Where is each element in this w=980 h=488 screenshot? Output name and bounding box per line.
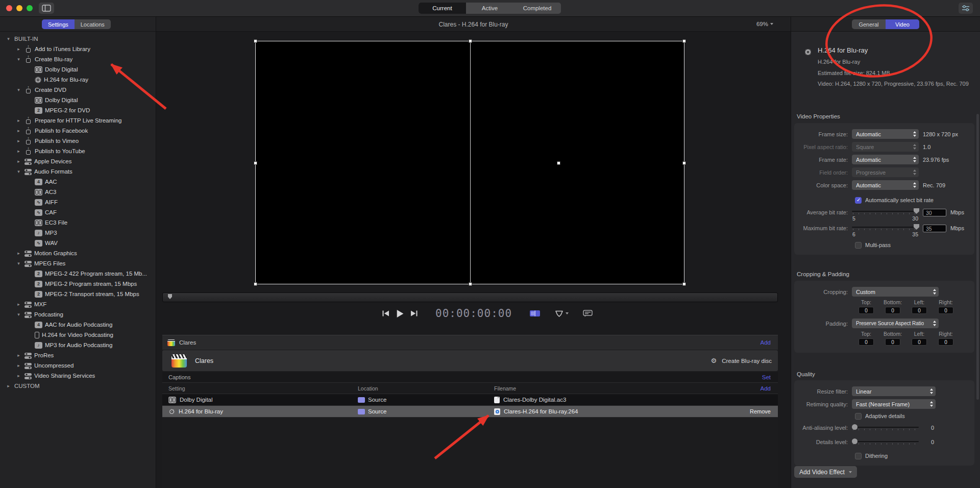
disclosure-triangle[interactable]: ▸	[15, 373, 22, 378]
quality-slider[interactable]	[852, 424, 919, 431]
tab-current[interactable]: Current	[419, 3, 466, 14]
add-output-row-button[interactable]: Add	[761, 385, 771, 392]
slider-handle[interactable]	[852, 438, 857, 444]
sidebar-item[interactable]: 2MPEG-2 422 Program stream, 15 Mb...	[0, 269, 156, 279]
multipass-checkbox[interactable]	[855, 242, 862, 249]
crop-handle[interactable]	[469, 282, 472, 286]
sidebar-item[interactable]: ▸Publish to Vimeo	[0, 136, 156, 146]
disclosure-triangle[interactable]: ▸	[15, 353, 22, 358]
disclosure-triangle[interactable]: ▸	[15, 363, 22, 368]
property-dropdown[interactable]: Automatic	[852, 129, 919, 139]
adaptive-details-checkbox[interactable]	[855, 413, 862, 420]
sidebar-item[interactable]: ▸Prepare for HTTP Live Streaming	[0, 115, 156, 126]
crop-handle[interactable]	[254, 39, 257, 43]
inspector-scrollbar[interactable]	[976, 114, 979, 400]
preview-canvas[interactable]	[255, 41, 684, 284]
disclosure-triangle[interactable]: ▾	[15, 57, 22, 62]
sidebar-item[interactable]: 2MPEG-2 Transport stream, 15 Mbps	[0, 289, 156, 299]
tab-active[interactable]: Active	[466, 3, 513, 14]
cropping-dropdown[interactable]: Custom	[852, 287, 939, 297]
sidebar-item[interactable]: 2MPEG-2 for DVD	[0, 105, 156, 115]
sidebar-item[interactable]: ▾BUILT-IN	[0, 34, 156, 44]
marker-menu-button[interactable]	[555, 310, 569, 318]
property-dropdown[interactable]: Automatic	[852, 155, 919, 164]
sidebar-item[interactable]: 4AAC	[0, 177, 156, 187]
padding-dropdown[interactable]: Preserve Source Aspect Ratio	[852, 319, 939, 328]
compare-view-button[interactable]	[529, 309, 541, 318]
sidebar-item[interactable]: ▾Create Blu-ray	[0, 54, 156, 64]
disclosure-triangle[interactable]: ▾	[15, 87, 22, 92]
job-card[interactable]: Clares ⚙ Create Blu-ray disc	[162, 350, 778, 371]
sidebar-item[interactable]: ▸Motion Graphics	[0, 248, 156, 258]
sidebar-item[interactable]: ▸Apple Devices	[0, 156, 156, 166]
disclosure-triangle[interactable]: ▸	[15, 251, 22, 256]
disclosure-triangle[interactable]: ▸	[5, 383, 12, 388]
crop-handle[interactable]	[557, 161, 560, 165]
crop-value-field[interactable]: 0	[938, 307, 953, 314]
add-output-button[interactable]: Add	[761, 339, 771, 346]
sidebar-item[interactable]: H.264 for Blu-ray	[0, 75, 156, 85]
crop-handle[interactable]	[682, 161, 686, 165]
timeline-scrubber[interactable]	[162, 292, 778, 302]
sidebar-item[interactable]: ▸Publish to Facebook	[0, 126, 156, 136]
minimize-window-button[interactable]	[16, 5, 22, 11]
sidebar-item[interactable]: ▾MPEG Files	[0, 258, 156, 269]
sidebar-item[interactable]: ♪MP3 for Audio Podcasting	[0, 340, 156, 350]
sidebar-item[interactable]: H.264 for Video Podcasting	[0, 330, 156, 340]
property-dropdown[interactable]: Fast (Nearest Frame)	[852, 399, 936, 409]
sidebar-item[interactable]: AC3	[0, 187, 156, 197]
bitrate-slider[interactable]	[852, 224, 919, 231]
close-window-button[interactable]	[6, 5, 12, 11]
sidebar-item[interactable]: ▸Video Sharing Services	[0, 371, 156, 381]
sidebar-item[interactable]: ♪MP3	[0, 228, 156, 238]
next-frame-button[interactable]	[410, 310, 418, 317]
crop-handle[interactable]	[469, 39, 472, 43]
tab-settings[interactable]: Settings	[42, 19, 75, 29]
disclosure-triangle[interactable]: ▸	[15, 159, 22, 164]
disclosure-triangle[interactable]: ▸	[15, 128, 22, 133]
add-video-effect-button[interactable]: Add Video Effect	[794, 466, 857, 478]
playhead-marker[interactable]	[168, 294, 172, 299]
toggle-sidebar-button[interactable]	[39, 3, 54, 14]
property-dropdown[interactable]: Automatic	[852, 180, 919, 190]
sidebar-item[interactable]: ▸ProRes	[0, 350, 156, 360]
output-row[interactable]: H.264 for Blu-raySourceClares-H.264 for …	[162, 406, 778, 418]
crop-handle[interactable]	[254, 161, 257, 165]
sidebar-item[interactable]: Dolby Digital	[0, 64, 156, 75]
auto-bitrate-checkbox[interactable]	[855, 197, 862, 204]
slider-handle[interactable]	[852, 424, 857, 430]
disclosure-triangle[interactable]: ▸	[15, 302, 22, 307]
sidebar-item[interactable]: ▸MXF	[0, 299, 156, 309]
sidebar-item[interactable]: ∿CAF	[0, 207, 156, 217]
sidebar-item[interactable]: ▸Add to iTunes Library	[0, 44, 156, 54]
tab-video[interactable]: Video	[886, 19, 919, 29]
sidebar-item[interactable]: Dolby Digital	[0, 95, 156, 105]
remove-output-button[interactable]: Remove	[750, 408, 771, 414]
tab-general[interactable]: General	[852, 19, 886, 29]
sidebar-item[interactable]: ∿WAV	[0, 238, 156, 248]
quality-slider[interactable]	[852, 438, 919, 445]
disclosure-triangle[interactable]: ▸	[15, 138, 22, 143]
disclosure-triangle[interactable]: ▸	[15, 118, 22, 123]
pad-value-field[interactable]: 0	[885, 338, 900, 346]
bitrate-value-field[interactable]: 30	[923, 209, 946, 216]
sidebar-item[interactable]: ▾Audio Formats	[0, 166, 156, 177]
crop-handle[interactable]	[254, 282, 257, 286]
compare-divider[interactable]	[470, 41, 471, 284]
property-dropdown[interactable]: Linear	[852, 386, 936, 396]
dithering-checkbox[interactable]	[855, 453, 862, 459]
pad-value-field[interactable]: 0	[859, 338, 874, 346]
sidebar-item[interactable]: ▸CUSTOM	[0, 381, 156, 391]
sidebar-item[interactable]: 4AAC for Audio Podcasting	[0, 320, 156, 330]
crop-value-field[interactable]: 0	[859, 307, 874, 314]
sidebar-item[interactable]: ▾Podcasting	[0, 309, 156, 320]
crop-value-field[interactable]: 0	[885, 307, 900, 314]
zoom-level-control[interactable]: 69%	[756, 21, 773, 27]
crop-handle[interactable]	[682, 282, 686, 286]
disclosure-triangle[interactable]: ▾	[15, 261, 22, 266]
disclosure-triangle[interactable]: ▾	[5, 36, 12, 41]
crop-value-field[interactable]: 0	[912, 307, 927, 314]
sidebar-item[interactable]: ▸Uncompressed	[0, 360, 156, 371]
sidebar-item[interactable]: EC3 File	[0, 217, 156, 228]
set-captions-button[interactable]: Set	[762, 374, 771, 380]
